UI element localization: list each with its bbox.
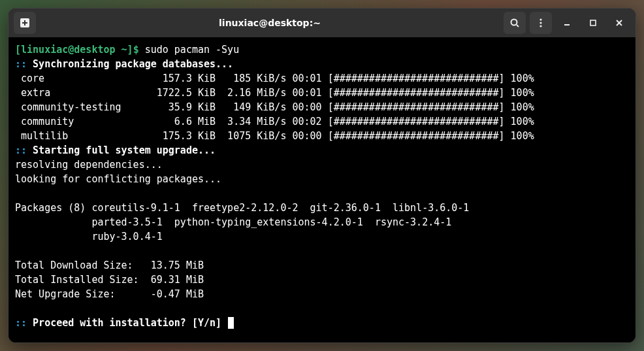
total-download-label: Total Download Size: <box>15 259 151 271</box>
prompt-host: desktop <box>74 44 115 56</box>
svg-point-5 <box>539 18 541 20</box>
menu-icon <box>536 18 546 28</box>
menu-button[interactable] <box>530 12 552 34</box>
minimize-icon <box>562 18 572 28</box>
net-upgrade-value: -0.47 MiB <box>151 288 204 300</box>
prompt-open: [ <box>15 44 21 56</box>
resolving-text: resolving dependencies... <box>15 159 163 171</box>
prompt-path: ~ <box>121 44 127 56</box>
sync-header: Synchronizing package databases... <box>33 58 233 70</box>
net-upgrade-label: Net Upgrade Size: <box>15 288 151 300</box>
total-installed-label: Total Installed Size: <box>15 274 151 286</box>
close-button[interactable] <box>608 12 630 34</box>
prompt-symbol: $ <box>133 44 139 56</box>
maximize-button[interactable] <box>582 12 604 34</box>
close-icon <box>614 18 624 28</box>
packages-line3: ruby-3.0.4-1 <box>91 231 162 242</box>
maximize-icon <box>588 18 598 28</box>
packages-label: Packages (8) <box>15 202 86 214</box>
new-tab-icon <box>20 18 30 28</box>
command-text: sudo pacman -Syu <box>145 44 240 56</box>
svg-rect-2 <box>22 22 27 24</box>
looking-text: looking for conflicting packages... <box>15 173 221 185</box>
search-icon <box>509 18 520 28</box>
packages-line2: parted-3.5-1 python-typing_extensions-4.… <box>91 216 451 228</box>
terminal-window: linuxiac@desktop:~ <box>8 8 636 343</box>
svg-point-7 <box>539 25 541 27</box>
proceed-prompt: Proceed with installation? [Y/n] <box>33 317 221 329</box>
titlebar: linuxiac@desktop:~ <box>8 8 636 37</box>
terminal-content: [linuxiac@desktop ~]$ sudo pacman -Syu :… <box>15 42 629 330</box>
repo-download-lines: core 157.3 KiB 185 KiB/s 00:01 [########… <box>15 73 534 142</box>
packages-line1: coreutils-9.1-1 freetype2-2.12.0-2 git-2… <box>91 202 469 214</box>
terminal-body[interactable]: [linuxiac@desktop ~]$ sudo pacman -Syu :… <box>8 37 636 343</box>
minimize-button[interactable] <box>556 12 578 34</box>
upgrade-header: Starting full system upgrade... <box>33 144 216 156</box>
search-button[interactable] <box>504 12 526 34</box>
new-tab-button[interactable] <box>14 12 36 34</box>
svg-line-4 <box>517 25 519 27</box>
window-title: linuxiac@desktop:~ <box>40 18 500 28</box>
total-download-value: 13.75 MiB <box>151 259 204 271</box>
prompt-close: ] <box>127 44 133 56</box>
svg-rect-9 <box>590 20 596 25</box>
svg-point-6 <box>539 22 541 24</box>
prompt-user: linuxiac <box>21 44 68 56</box>
total-installed-value: 69.31 MiB <box>151 274 204 286</box>
svg-point-3 <box>511 20 517 25</box>
cursor <box>228 317 234 329</box>
